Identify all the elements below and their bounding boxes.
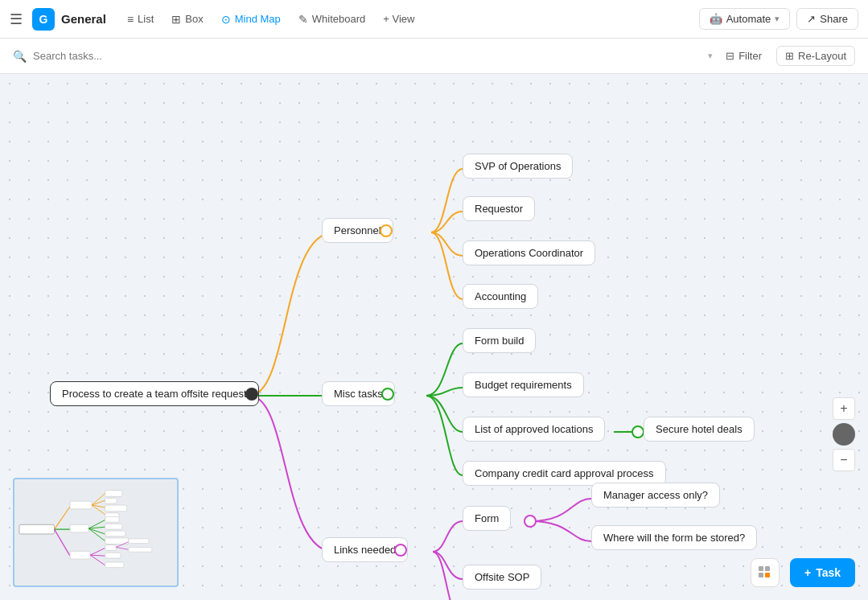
automate-icon: 🤖 <box>710 13 722 25</box>
misc-tasks-label: Misc tasks <box>334 388 383 400</box>
svg-rect-39 <box>765 573 770 577</box>
accounting-label: Accounting <box>475 290 526 302</box>
svg-rect-33 <box>129 547 152 552</box>
grid-icon <box>758 565 772 580</box>
requestor-node[interactable]: Requestor <box>463 196 535 221</box>
relayout-button[interactable]: ⊞ Re-Layout <box>776 46 855 66</box>
approved-locations-node[interactable]: List of approved locations <box>463 417 605 442</box>
relayout-label: Re-Layout <box>798 50 846 62</box>
zoom-indicator <box>833 423 855 446</box>
svg-rect-21 <box>105 524 122 529</box>
manager-access-label: Manager access only? <box>603 489 708 501</box>
nav-box[interactable]: ⊞ Box <box>163 9 211 30</box>
form-node[interactable]: Form <box>463 506 511 531</box>
filter-button[interactable]: ⊟ Filter <box>719 47 768 65</box>
manager-access-node[interactable]: Manager access only? <box>591 483 720 508</box>
svg-rect-12 <box>105 505 127 512</box>
operations-coordinator-node[interactable]: Operations Coordinator <box>463 240 595 265</box>
workspace-title: General <box>61 12 106 26</box>
budget-requirements-label: Budget requirements <box>475 379 572 391</box>
header-right: 🤖 Automate ▾ ↗ Share <box>699 8 858 30</box>
form-storage-label: Where will the form be stored? <box>603 532 745 544</box>
svg-rect-20 <box>105 517 119 523</box>
search-input[interactable] <box>33 50 701 62</box>
svg-rect-5 <box>70 501 92 509</box>
svg-rect-15 <box>70 524 88 532</box>
requestor-label: Requestor <box>475 203 523 215</box>
misc-tasks-node[interactable]: Misc tasks <box>322 381 395 406</box>
search-actions: ⊟ Filter ⊞ Re-Layout <box>719 46 855 66</box>
app-logo: G <box>32 8 55 31</box>
svg-rect-37 <box>765 566 770 571</box>
secure-hotel-label: Secure hotel deals <box>656 423 743 435</box>
nav-view-label: + View <box>383 13 414 25</box>
search-icon: 🔍 <box>13 50 27 63</box>
offsite-sop-node[interactable]: Offsite SOP <box>463 565 541 590</box>
minimap <box>13 478 179 587</box>
root-node[interactable]: Process to create a team offsite request <box>50 381 259 406</box>
credit-card-label: Company credit card approval process <box>475 467 654 479</box>
root-node-label: Process to create a team offsite request <box>62 388 247 400</box>
form-build-node[interactable]: Form build <box>463 328 536 353</box>
nav-view[interactable]: + View <box>375 9 422 29</box>
menu-icon[interactable]: ☰ <box>10 10 23 28</box>
nav-mindmap-label: Mind Map <box>235 13 281 25</box>
svg-rect-36 <box>759 566 763 571</box>
add-task-icon: + <box>804 566 811 579</box>
svg-rect-34 <box>105 553 121 558</box>
svp-operations-node[interactable]: SVP of Operations <box>463 154 573 179</box>
personnel-label: Personnel <box>334 224 381 236</box>
svg-rect-35 <box>105 562 124 568</box>
search-chevron-icon: ▾ <box>708 51 713 61</box>
share-label: Share <box>820 13 848 25</box>
zoom-out-button[interactable]: − <box>833 449 855 471</box>
form-label: Form <box>475 512 499 524</box>
nav-box-label: Box <box>185 13 203 25</box>
whiteboard-icon: ✎ <box>298 13 308 26</box>
svg-rect-29 <box>105 545 117 551</box>
secure-hotel-node[interactable]: Secure hotel deals <box>644 417 755 442</box>
personnel-node[interactable]: Personnel <box>322 218 393 243</box>
svg-rect-11 <box>105 498 117 503</box>
links-needed-node[interactable]: Links needed <box>322 537 408 562</box>
box-icon: ⊞ <box>171 13 181 26</box>
filter-label: Filter <box>738 50 762 62</box>
svg-rect-38 <box>759 573 763 577</box>
accounting-node[interactable]: Accounting <box>463 284 538 309</box>
form-build-label: Form build <box>475 335 524 347</box>
search-bar: 🔍 ▾ ⊟ Filter ⊞ Re-Layout <box>0 39 868 74</box>
nav-mindmap[interactable]: ⊙ Mind Map <box>213 9 289 30</box>
nav-whiteboard[interactable]: ✎ Whiteboard <box>290 9 373 30</box>
form-storage-node[interactable]: Where will the form be stored? <box>591 525 757 550</box>
svp-operations-label: SVP of Operations <box>475 160 561 172</box>
share-icon: ↗ <box>807 13 816 25</box>
svg-point-1 <box>525 516 536 527</box>
share-button[interactable]: ↗ Share <box>796 8 858 30</box>
minimap-svg <box>14 479 177 586</box>
svg-rect-25 <box>70 551 90 559</box>
nav-whiteboard-label: Whiteboard <box>312 13 365 25</box>
svg-rect-22 <box>105 531 125 536</box>
svg-point-0 <box>632 426 644 438</box>
automate-button[interactable]: 🤖 Automate ▾ <box>699 8 791 30</box>
nav-list-label: List <box>138 13 154 25</box>
svg-rect-3 <box>19 524 55 534</box>
header: ☰ G General ≡ List ⊞ Box ⊙ Mind Map ✎ Wh… <box>0 0 868 39</box>
zoom-controls: + − <box>833 397 855 471</box>
mindmap-canvas: Process to create a team offsite request… <box>0 74 868 600</box>
zoom-in-button[interactable]: + <box>833 397 855 420</box>
add-task-button[interactable]: + Task <box>790 558 855 587</box>
svg-rect-10 <box>105 491 122 497</box>
relayout-icon: ⊞ <box>785 50 794 62</box>
automate-label: Automate <box>726 13 771 25</box>
chevron-down-icon: ▾ <box>775 14 780 24</box>
operations-coordinator-label: Operations Coordinator <box>475 247 583 259</box>
nav-list[interactable]: ≡ List <box>119 9 162 30</box>
grid-view-button[interactable] <box>751 558 780 587</box>
budget-requirements-node[interactable]: Budget requirements <box>463 372 584 397</box>
header-nav: ≡ List ⊞ Box ⊙ Mind Map ✎ Whiteboard + V… <box>119 9 423 30</box>
mindmap-icon: ⊙ <box>221 13 231 26</box>
links-needed-label: Links needed <box>334 544 396 556</box>
list-icon: ≡ <box>127 13 134 26</box>
approved-locations-label: List of approved locations <box>475 423 593 435</box>
